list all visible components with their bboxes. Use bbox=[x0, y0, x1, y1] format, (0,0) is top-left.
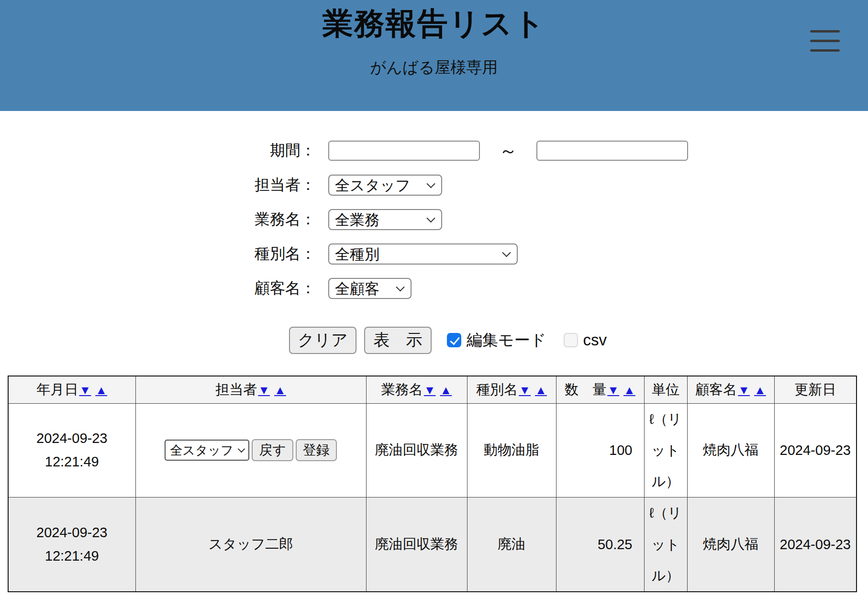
sort-asc-link[interactable]: ▲ bbox=[274, 383, 286, 397]
date-cell: 2024-09-23 12:21:49 bbox=[8, 403, 135, 498]
quantity-cell: 50.25 bbox=[556, 498, 644, 592]
customer-label: 顧客名： bbox=[0, 278, 316, 299]
period-label: 期間： bbox=[0, 140, 316, 161]
type-row: 種別名： 全種別 bbox=[0, 243, 868, 265]
show-button[interactable]: 表 示 bbox=[364, 327, 432, 354]
customer-cell: 焼肉八福 bbox=[687, 498, 774, 592]
csv-checkbox[interactable] bbox=[564, 333, 578, 347]
type-select-wrapper: 全種別 bbox=[328, 243, 518, 265]
sort-asc-link[interactable]: ▲ bbox=[754, 383, 766, 397]
quantity-cell: 100 bbox=[556, 403, 644, 498]
staff-row: 担当者： 全スタッフ bbox=[0, 175, 868, 196]
work-row: 業務名： 全業務 bbox=[0, 209, 868, 230]
hamburger-menu-icon[interactable] bbox=[810, 30, 840, 52]
column-header-date: 年月日▼▲ bbox=[8, 376, 135, 403]
edit-mode-group: 編集モード bbox=[447, 330, 546, 351]
staff-select-wrapper: 全スタッフ bbox=[328, 175, 442, 196]
edit-mode-label: 編集モード bbox=[467, 330, 546, 351]
main-content: 期間： ～ 担当者： 全スタッフ 業務名： 全業務 bbox=[0, 140, 868, 592]
filter-form: 期間： ～ 担当者： 全スタッフ 業務名： 全業務 bbox=[0, 140, 868, 354]
revert-button[interactable]: 戻す bbox=[252, 439, 293, 461]
edit-mode-checkbox[interactable] bbox=[447, 333, 461, 347]
staff-cell: 全スタッフ 戻す 登録 bbox=[135, 403, 366, 498]
work-label: 業務名： bbox=[0, 209, 316, 230]
staff-label: 担当者： bbox=[0, 175, 316, 196]
report-table: 年月日▼▲ 担当者▼▲ 業務名▼▲ 種別名▼▲ 数 量▼▲ 単位 顧客名▼▲ 更… bbox=[8, 376, 857, 592]
row-staff-select[interactable]: 全スタッフ bbox=[165, 440, 249, 461]
updated-cell: 2024-09-23 bbox=[774, 403, 857, 498]
register-button[interactable]: 登録 bbox=[296, 439, 337, 461]
updated-cell: 2024-09-23 bbox=[774, 498, 857, 592]
date-cell: 2024-09-23 12:21:49 bbox=[8, 498, 135, 592]
column-header-unit: 単位 bbox=[644, 376, 687, 403]
date-value: 2024-09-23 bbox=[9, 526, 135, 540]
page-header: 業務報告リスト がんばる屋様専用 bbox=[0, 0, 868, 111]
page-subtitle: がんばる屋様専用 bbox=[0, 57, 868, 78]
table-body: 2024-09-23 12:21:49 全スタッフ 戻す 登録 廃油回収業 bbox=[8, 403, 857, 592]
column-label: 単位 bbox=[652, 382, 679, 397]
staff-cell: スタッフ二郎 bbox=[135, 498, 366, 592]
column-label: 種別名 bbox=[476, 382, 518, 397]
column-label: 顧客名 bbox=[695, 382, 737, 397]
tilde-separator: ～ bbox=[499, 139, 517, 163]
row-staff-select-wrapper: 全スタッフ bbox=[165, 440, 249, 461]
period-row: 期間： ～ bbox=[0, 140, 868, 161]
table-row: 2024-09-23 12:21:49 全スタッフ 戻す 登録 廃油回収業 bbox=[8, 403, 857, 498]
column-header-quantity: 数 量▼▲ bbox=[556, 376, 644, 403]
date-value: 2024-09-23 bbox=[9, 431, 135, 445]
csv-label: csv bbox=[583, 331, 607, 349]
time-value: 12:21:49 bbox=[9, 455, 135, 469]
type-cell: 動物油脂 bbox=[467, 403, 556, 498]
table-row: 2024-09-23 12:21:49 スタッフ二郎 廃油回収業務 廃油 50.… bbox=[8, 498, 857, 592]
staff-edit-controls: 全スタッフ 戻す 登録 bbox=[136, 439, 366, 461]
column-header-customer: 顧客名▼▲ bbox=[687, 376, 774, 403]
column-label: 数 量 bbox=[565, 382, 606, 397]
type-select[interactable]: 全種別 bbox=[328, 243, 518, 265]
period-from-input[interactable] bbox=[328, 141, 480, 161]
unit-cell: ℓ（リットル） bbox=[644, 498, 687, 592]
column-header-updated: 更新日 bbox=[774, 376, 857, 403]
work-cell: 廃油回収業務 bbox=[366, 498, 467, 592]
sort-asc-link[interactable]: ▲ bbox=[440, 383, 452, 397]
clear-button[interactable]: クリア bbox=[289, 327, 356, 354]
sort-desc-link[interactable]: ▼ bbox=[519, 383, 531, 397]
work-select[interactable]: 全業務 bbox=[328, 209, 442, 230]
column-label: 更新日 bbox=[794, 382, 836, 397]
customer-cell: 焼肉八福 bbox=[687, 403, 774, 498]
customer-select[interactable]: 全顧客 bbox=[328, 278, 412, 299]
csv-group: csv bbox=[564, 331, 607, 349]
column-header-type: 種別名▼▲ bbox=[467, 376, 556, 403]
action-row: クリア 表 示 編集モード csv bbox=[289, 326, 868, 354]
customer-row: 顧客名： 全顧客 bbox=[0, 278, 868, 299]
sort-desc-link[interactable]: ▼ bbox=[424, 383, 436, 397]
hamburger-bar bbox=[810, 40, 840, 42]
period-to-input[interactable] bbox=[536, 141, 688, 161]
time-value: 12:21:49 bbox=[9, 549, 135, 563]
unit-cell: ℓ（リットル） bbox=[644, 403, 687, 498]
customer-select-wrapper: 全顧客 bbox=[328, 278, 412, 299]
column-header-staff: 担当者▼▲ bbox=[135, 376, 366, 403]
sort-asc-link[interactable]: ▲ bbox=[535, 383, 547, 397]
sort-asc-link[interactable]: ▲ bbox=[95, 383, 107, 397]
sort-desc-link[interactable]: ▼ bbox=[79, 383, 91, 397]
type-label: 種別名： bbox=[0, 243, 316, 265]
column-label: 担当者 bbox=[215, 382, 257, 397]
type-cell: 廃油 bbox=[467, 498, 556, 592]
page-title: 業務報告リスト bbox=[0, 0, 868, 44]
table-header-row: 年月日▼▲ 担当者▼▲ 業務名▼▲ 種別名▼▲ 数 量▼▲ 単位 顧客名▼▲ 更… bbox=[8, 376, 857, 403]
hamburger-bar bbox=[810, 49, 840, 52]
work-select-wrapper: 全業務 bbox=[328, 209, 442, 230]
table-header: 年月日▼▲ 担当者▼▲ 業務名▼▲ 種別名▼▲ 数 量▼▲ 単位 顧客名▼▲ 更… bbox=[8, 376, 857, 403]
column-header-work: 業務名▼▲ bbox=[366, 376, 467, 403]
sort-asc-link[interactable]: ▲ bbox=[623, 383, 635, 397]
hamburger-bar bbox=[810, 30, 840, 33]
sort-desc-link[interactable]: ▼ bbox=[607, 383, 619, 397]
staff-select[interactable]: 全スタッフ bbox=[328, 175, 442, 196]
sort-desc-link[interactable]: ▼ bbox=[258, 383, 270, 397]
work-cell: 廃油回収業務 bbox=[366, 403, 467, 498]
column-label: 年月日 bbox=[37, 382, 78, 397]
sort-desc-link[interactable]: ▼ bbox=[738, 383, 750, 397]
column-label: 業務名 bbox=[381, 382, 423, 397]
